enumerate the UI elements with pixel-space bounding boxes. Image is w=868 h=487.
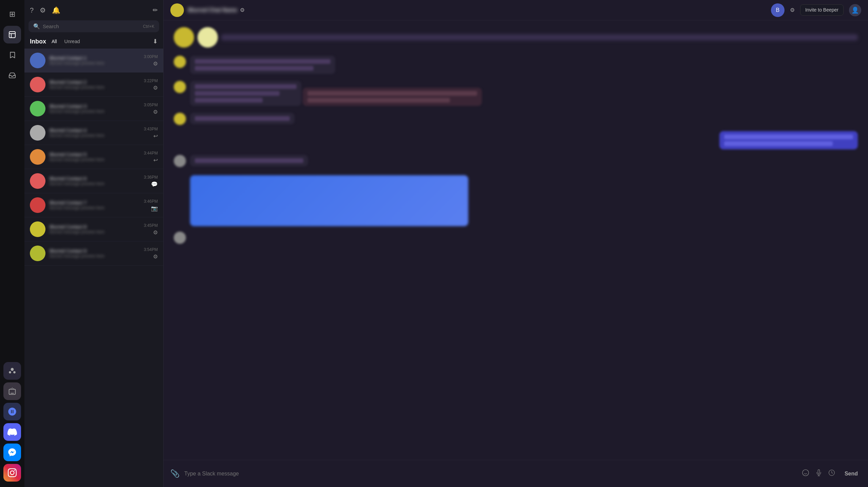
chat-name: Blurred Contact 5 [50, 152, 140, 157]
inbox-tab-all[interactable]: All [50, 38, 59, 45]
msg-line [195, 98, 263, 103]
inbox-filter-icon[interactable]: ⬇ [153, 38, 158, 45]
chat-item[interactable]: Blurred Contact 6 blurred message previe… [24, 169, 163, 193]
message-input[interactable] [184, 471, 797, 477]
clock-icon[interactable] [828, 469, 835, 478]
chat-time: 3:05PM [144, 103, 158, 107]
inbox-header: Inbox All Unread ⬇ [24, 36, 163, 49]
message-row [174, 81, 858, 107]
search-shortcut: Ctrl+K [143, 24, 154, 29]
chat-right: 3:00PM ⚙ [144, 54, 158, 67]
msg-line [307, 98, 450, 103]
chat-time: 3:00PM [144, 54, 158, 59]
mic-icon[interactable] [815, 469, 822, 478]
msg-text-line [195, 66, 314, 71]
chat-info: Blurred Contact 7 blurred message previe… [50, 200, 140, 210]
chat-avatar [30, 149, 45, 165]
nav-layers-icon[interactable]: ⊞ [3, 5, 21, 23]
nav-bookmark-icon[interactable] [3, 46, 21, 64]
msg-text-line [195, 59, 331, 64]
app-beeper-icon[interactable] [3, 403, 21, 420]
msg-avatar [174, 81, 186, 93]
chat-item[interactable]: Blurred Contact 7 blurred message previe… [24, 193, 163, 217]
chat-header-left: Blurred Chat Name ⚙ [170, 3, 245, 17]
msg-bubble-2 [303, 88, 482, 106]
chat-item[interactable]: Blurred Contact 3 blurred message previe… [24, 97, 163, 121]
chat-item[interactable]: Blurred Contact 2 blurred message previe… [24, 73, 163, 97]
chat-preview: blurred message preview here [50, 205, 140, 210]
search-input[interactable] [43, 23, 140, 29]
chat-info: Blurred Contact 1 blurred message previe… [50, 55, 140, 66]
chat-right: 3:45PM ⚙ [144, 223, 158, 236]
chat-list: Blurred Contact 1 blurred message previe… [24, 49, 163, 487]
chat-info: Blurred Contact 8 blurred message previe… [50, 224, 140, 234]
chat-right: 3:36PM 💬 [144, 175, 158, 187]
chat-preview: blurred message preview here [50, 109, 140, 114]
own-msg-bubble [719, 131, 858, 149]
msg-bubble [190, 56, 335, 74]
app-instagram-icon[interactable] [3, 464, 21, 482]
send-button[interactable]: Send [841, 469, 861, 479]
app-custom-icon[interactable] [3, 362, 21, 380]
msg-avatar [174, 113, 186, 125]
blue-image-container [174, 175, 858, 226]
inbox-tab-unread[interactable]: Unread [62, 38, 82, 45]
chat-time: 3:43PM [144, 127, 158, 131]
msg-bubble [190, 155, 308, 166]
chat-preview: blurred message preview here [50, 157, 140, 162]
chat-header-right: B ⚙ Invite to Beeper 👤 [771, 3, 861, 17]
compose-icon[interactable]: ✏ [153, 6, 158, 14]
chat-avatar [30, 246, 45, 261]
chat-service-icon: ⚙ [153, 253, 158, 260]
msg-line [195, 84, 297, 89]
nav-inbox-icon[interactable] [3, 67, 21, 84]
message-row [174, 155, 858, 167]
chat-item[interactable]: Blurred Contact 8 blurred message previe… [24, 217, 163, 241]
chat-item[interactable]: Blurred Contact 9 blurred message previe… [24, 241, 163, 266]
chat-name: Blurred Contact 2 [50, 79, 140, 85]
chat-service-icon: 💬 [151, 181, 158, 187]
chat-info: Blurred Contact 5 blurred message previe… [50, 152, 140, 162]
chat-service-icon: ⚙ [153, 60, 158, 67]
settings-icon[interactable]: ⚙ [40, 6, 46, 14]
search-icon: 🔍 [33, 23, 40, 30]
message-input-bar: 📎 [164, 460, 868, 487]
app-robot-icon[interactable] [3, 382, 21, 400]
chat-time: 3:46PM [144, 199, 158, 204]
chat-avatar [30, 197, 45, 213]
chat-info: Blurred Contact 2 blurred message previe… [50, 79, 140, 90]
invite-to-beeper-button[interactable]: Invite to Beeper [800, 4, 844, 15]
svg-rect-6 [9, 389, 16, 394]
chat-avatar [30, 173, 45, 189]
chat-service-icon: ⚙ [153, 85, 158, 91]
chat-preview: blurred message preview here [50, 61, 140, 66]
chat-info: Blurred Contact 4 blurred message previe… [50, 128, 140, 138]
msg-bubble [190, 81, 301, 106]
header-user-icon[interactable]: 👤 [849, 4, 861, 16]
chat-sidebar: ? ⚙ 🔔 ✏ 🔍 Ctrl+K Inbox All Unread ⬇ Blur… [24, 0, 164, 487]
app-discord-icon[interactable] [3, 423, 21, 441]
msg-bubble [190, 113, 295, 124]
chat-item[interactable]: Blurred Contact 1 blurred message previe… [24, 49, 163, 73]
header-user-avatar: B [771, 3, 785, 17]
chat-name: Blurred Contact 8 [50, 224, 140, 230]
icon-sidebar: ⊞ [0, 0, 24, 487]
msg-content [190, 56, 858, 75]
search-bar[interactable]: 🔍 Ctrl+K [29, 20, 159, 32]
chat-name: Blurred Contact 6 [50, 176, 140, 181]
emoji-icon[interactable] [802, 469, 809, 478]
attach-icon[interactable]: 📎 [170, 469, 180, 478]
help-icon[interactable]: ? [30, 6, 34, 14]
msg-content [190, 113, 858, 126]
msg-avatar [174, 56, 186, 68]
nav-chat-icon[interactable] [3, 26, 21, 43]
app-messenger-icon[interactable] [3, 444, 21, 461]
chat-info: Blurred Contact 6 blurred message previe… [50, 176, 140, 186]
chat-service-icon: ⚙ [153, 109, 158, 115]
notifications-icon[interactable]: 🔔 [52, 6, 60, 14]
svg-point-5 [13, 371, 16, 374]
main-chat-area: Blurred Chat Name ⚙ B ⚙ Invite to Beeper… [164, 0, 868, 487]
msg-avatar [174, 155, 186, 167]
chat-item[interactable]: Blurred Contact 5 blurred message previe… [24, 145, 163, 169]
chat-item[interactable]: Blurred Contact 4 blurred message previe… [24, 121, 163, 145]
